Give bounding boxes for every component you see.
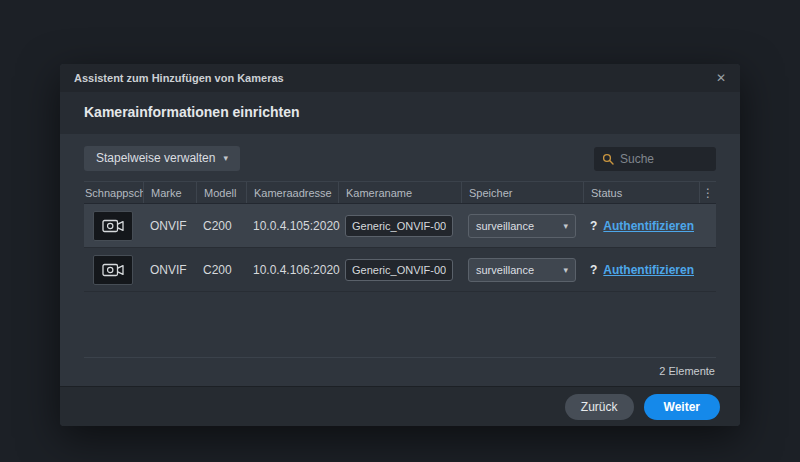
- camera-snapshot: [93, 211, 133, 241]
- address-value: 10.0.4.105:2020: [253, 219, 340, 233]
- camera-name-input[interactable]: [345, 215, 453, 237]
- page-title: Kamerainformationen einrichten: [84, 104, 716, 120]
- batch-manage-button[interactable]: Stapelweise verwalten ▾: [84, 146, 240, 171]
- next-button[interactable]: Weiter: [644, 394, 720, 420]
- search-input[interactable]: [620, 152, 708, 166]
- model-cell: C200: [196, 219, 246, 233]
- address-cell: 10.0.4.106:2020 ✎: [246, 263, 338, 277]
- column-options-icon[interactable]: ⋮: [699, 182, 716, 203]
- status-cell: ? Authentifizieren: [583, 219, 699, 233]
- camera-icon: [102, 218, 124, 234]
- help-icon: ?: [590, 263, 597, 277]
- batch-manage-label: Stapelweise verwalten: [96, 151, 215, 165]
- dialog-title: Assistent zum Hinzufügen von Kameras: [74, 72, 284, 84]
- storage-selected-value: surveillance: [476, 264, 534, 276]
- storage-selected-value: surveillance: [476, 220, 534, 232]
- help-icon: ?: [590, 219, 597, 233]
- brand-cell: ONVIF: [143, 219, 196, 233]
- dialog-titlebar: Assistent zum Hinzufügen von Kameras ✕: [60, 64, 740, 92]
- chevron-down-icon: ▾: [223, 153, 228, 163]
- add-camera-wizard-dialog: Assistent zum Hinzufügen von Kameras ✕ K…: [60, 64, 740, 426]
- authenticate-link[interactable]: Authentifizieren: [603, 263, 694, 277]
- col-header-address[interactable]: Kameraadresse: [246, 182, 338, 203]
- element-count: 2 Elemente: [84, 357, 716, 386]
- col-header-snapshot[interactable]: Schnappsch...: [84, 182, 143, 203]
- camera-name-input[interactable]: [345, 259, 453, 281]
- address-cell: 10.0.4.105:2020 ✎: [246, 219, 338, 233]
- col-header-model[interactable]: Modell: [196, 182, 246, 203]
- storage-select[interactable]: surveillance ▾: [468, 258, 576, 282]
- close-icon[interactable]: ✕: [716, 72, 726, 84]
- content-spacer: [60, 292, 740, 357]
- status-cell: ? Authentifizieren: [583, 263, 699, 277]
- brand-cell: ONVIF: [143, 263, 196, 277]
- toolbar: Stapelweise verwalten ▾: [60, 134, 740, 181]
- chevron-down-icon: ▾: [563, 221, 568, 231]
- table-row[interactable]: ONVIF C200 10.0.4.105:2020 ✎ surveillanc…: [84, 204, 716, 248]
- dialog-footer: Zurück Weiter: [60, 386, 740, 426]
- col-header-storage[interactable]: Speicher: [461, 182, 583, 203]
- table-header: Schnappsch... Marke Modell Kameraadresse…: [84, 181, 716, 204]
- model-cell: C200: [196, 263, 246, 277]
- col-header-status[interactable]: Status: [583, 182, 699, 203]
- back-button[interactable]: Zurück: [565, 394, 634, 420]
- col-header-name[interactable]: Kameraname: [338, 182, 461, 203]
- authenticate-link[interactable]: Authentifizieren: [603, 219, 694, 233]
- storage-select[interactable]: surveillance ▾: [468, 214, 576, 238]
- heading-band: Kamerainformationen einrichten: [60, 92, 740, 134]
- search-box[interactable]: [594, 147, 716, 171]
- camera-table: Schnappsch... Marke Modell Kameraadresse…: [84, 181, 716, 292]
- dialog-content: Stapelweise verwalten ▾ Schnappsch... Ma…: [60, 134, 740, 386]
- camera-snapshot: [93, 255, 133, 285]
- address-value: 10.0.4.106:2020: [253, 263, 340, 277]
- camera-icon: [102, 262, 124, 278]
- col-header-brand[interactable]: Marke: [143, 182, 196, 203]
- search-icon: [602, 153, 614, 165]
- chevron-down-icon: ▾: [563, 265, 568, 275]
- table-row[interactable]: ONVIF C200 10.0.4.106:2020 ✎ surveillanc…: [84, 248, 716, 292]
